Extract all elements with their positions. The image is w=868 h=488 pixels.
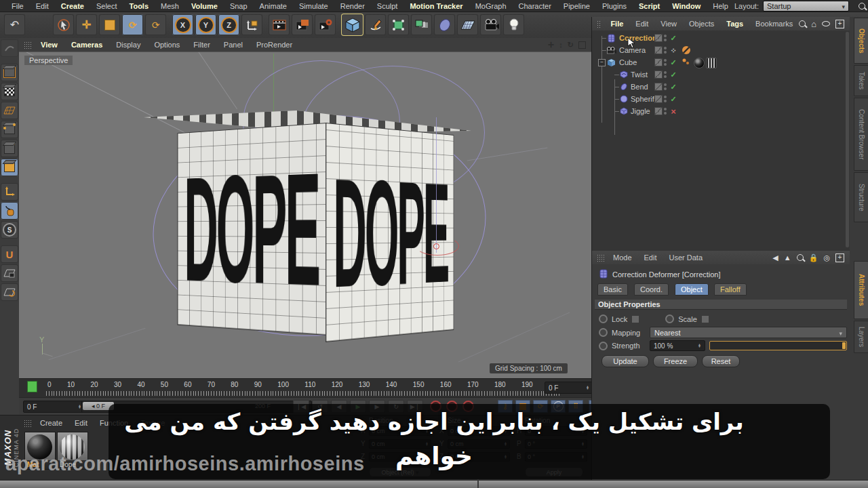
deformer-button[interactable] bbox=[434, 14, 455, 35]
search-icon[interactable] bbox=[859, 3, 865, 9]
enabled-check-icon[interactable] bbox=[669, 95, 677, 104]
history-back-icon[interactable]: ◀ bbox=[772, 253, 778, 262]
snap-settings-button[interactable]: S bbox=[1, 221, 18, 239]
timeline-ruler[interactable]: 01020 304050 607080 90100110 120130140 1… bbox=[19, 378, 591, 398]
anim-dot-icon[interactable] bbox=[665, 314, 674, 323]
menu-pipeline[interactable]: Pipeline bbox=[557, 2, 596, 10]
enabled-check-icon[interactable] bbox=[669, 58, 677, 67]
om-menu-bookmarks[interactable]: Bookmarks bbox=[749, 20, 799, 28]
add-panel-icon[interactable]: + bbox=[835, 253, 844, 262]
pan-view-icon[interactable]: ✛ bbox=[548, 41, 554, 49]
menu-animate[interactable]: Animate bbox=[254, 2, 293, 10]
target-icon[interactable]: ◎ bbox=[823, 253, 830, 262]
menu-volume[interactable]: Volume bbox=[185, 2, 224, 10]
zoom-view-icon[interactable]: ↕ bbox=[559, 41, 563, 49]
instance-array-button[interactable] bbox=[411, 14, 432, 35]
polygons-mode-button[interactable] bbox=[1, 159, 18, 176]
layer-box[interactable] bbox=[654, 34, 663, 42]
floor-environment-button[interactable] bbox=[457, 14, 478, 35]
camera-state-icon[interactable] bbox=[669, 46, 677, 55]
menu-help[interactable]: Help bbox=[707, 2, 734, 10]
lock-icon[interactable]: 🔒 bbox=[809, 253, 818, 262]
menu-edit[interactable]: Edit bbox=[30, 2, 55, 10]
texture-mode-button[interactable] bbox=[1, 83, 18, 100]
visibility-dots[interactable] bbox=[664, 47, 667, 54]
object-row-jiggle[interactable]: Jiggle bbox=[592, 105, 850, 117]
scale-tool-button[interactable] bbox=[99, 14, 120, 35]
magnet-snap-button[interactable]: U bbox=[1, 245, 18, 263]
camera-button[interactable] bbox=[480, 14, 501, 35]
model-mode-button[interactable] bbox=[1, 64, 18, 81]
layer-box[interactable] bbox=[654, 58, 663, 66]
menu-character[interactable]: Character bbox=[513, 2, 557, 10]
material-tag-mat[interactable] bbox=[694, 58, 705, 68]
attr-menu-edit[interactable]: Edit bbox=[638, 253, 663, 262]
freeze-button[interactable]: Freeze bbox=[653, 355, 698, 367]
move-tool-button[interactable]: ✛ bbox=[76, 14, 97, 35]
render-view-button[interactable] bbox=[269, 14, 290, 35]
camera-label[interactable]: Perspective bbox=[24, 56, 73, 65]
viewport-solo-button[interactable] bbox=[1, 202, 18, 220]
tab-layers[interactable]: Layers bbox=[854, 321, 868, 353]
panel-handle-icon[interactable] bbox=[597, 254, 604, 262]
home-path-icon[interactable]: ⌂ bbox=[811, 19, 816, 29]
scale-checkbox[interactable] bbox=[701, 315, 709, 323]
stepper-icon[interactable]: ▲▼ bbox=[586, 386, 589, 390]
lock-checkbox[interactable] bbox=[631, 315, 639, 323]
edges-mode-button[interactable] bbox=[1, 140, 18, 157]
mapping-dropdown[interactable]: Nearest bbox=[650, 327, 847, 338]
current-frame-field[interactable]: 0 F ▲▼ bbox=[545, 382, 593, 394]
om-menu-file[interactable]: File bbox=[604, 20, 629, 28]
update-button[interactable]: Update bbox=[601, 355, 649, 367]
menu-sculpt[interactable]: Sculpt bbox=[371, 2, 404, 10]
vp-menu-filter[interactable]: Filter bbox=[186, 41, 216, 49]
panel-handle-icon[interactable] bbox=[597, 20, 601, 28]
section-object-properties[interactable]: Object Properties bbox=[595, 300, 847, 310]
enabled-check-icon[interactable] bbox=[669, 34, 677, 43]
tab-content-browser[interactable]: Content Browser bbox=[854, 98, 868, 171]
menu-motion-tracker[interactable]: Motion Tracker bbox=[403, 2, 469, 10]
menu-mesh[interactable]: Mesh bbox=[155, 2, 185, 10]
undo-button[interactable]: ↶ bbox=[4, 14, 25, 35]
menu-simulate[interactable]: Simulate bbox=[293, 2, 334, 10]
object-row-spherify[interactable]: Spherify bbox=[592, 93, 850, 105]
render-settings-button[interactable] bbox=[315, 14, 336, 35]
menu-tools[interactable]: Tools bbox=[123, 2, 155, 10]
pen-spline-button[interactable] bbox=[365, 14, 386, 35]
y-axis-lock-button[interactable]: Y bbox=[195, 14, 216, 35]
viewport[interactable]: DOPE DOPE Perspective Y Grid Spacing : 1… bbox=[19, 52, 591, 379]
om-menu-objects[interactable]: Objects bbox=[683, 20, 720, 28]
sculpt-mode-button[interactable] bbox=[1, 39, 18, 57]
add-cube-button[interactable] bbox=[342, 14, 363, 35]
tab-takes[interactable]: Takes bbox=[854, 65, 868, 96]
layout-dropdown[interactable]: Startup bbox=[763, 1, 849, 12]
scrollbar[interactable] bbox=[846, 32, 849, 247]
enabled-check-icon[interactable] bbox=[669, 83, 677, 92]
live-selection-button[interactable] bbox=[53, 14, 74, 35]
object-row-bend[interactable]: Bend bbox=[592, 81, 850, 93]
disabled-cross-icon[interactable] bbox=[669, 106, 677, 117]
visibility-dots[interactable] bbox=[664, 108, 667, 115]
object-row-twist[interactable]: Twist bbox=[592, 68, 850, 81]
last-tool-button[interactable]: ⟳ bbox=[145, 14, 166, 35]
menu-mograph[interactable]: MoGraph bbox=[469, 2, 513, 10]
strength-slider[interactable] bbox=[709, 341, 847, 350]
search-icon[interactable] bbox=[799, 20, 806, 27]
vp-menu-options[interactable]: Options bbox=[147, 41, 186, 49]
workplane-mode-button[interactable] bbox=[1, 283, 18, 301]
tab-basic[interactable]: Basic bbox=[597, 283, 628, 296]
layer-box[interactable] bbox=[654, 95, 663, 103]
vp-menu-display[interactable]: Display bbox=[109, 41, 147, 49]
render-region-button[interactable] bbox=[292, 14, 313, 35]
panel-handle-icon[interactable] bbox=[24, 41, 31, 49]
enabled-check-icon[interactable] bbox=[669, 70, 677, 79]
visibility-dots[interactable] bbox=[664, 96, 667, 102]
collapse-expander[interactable]: − bbox=[598, 59, 606, 66]
anim-dot-icon[interactable] bbox=[599, 342, 608, 350]
vp-menu-prorender[interactable]: ProRender bbox=[250, 41, 299, 49]
layer-box[interactable] bbox=[654, 46, 663, 54]
eye-filter-icon[interactable] bbox=[822, 21, 830, 26]
lock-workplane-button[interactable] bbox=[1, 264, 18, 282]
om-menu-tags[interactable]: Tags bbox=[720, 20, 749, 28]
object-row-cube[interactable]: − Cube bbox=[592, 56, 850, 68]
